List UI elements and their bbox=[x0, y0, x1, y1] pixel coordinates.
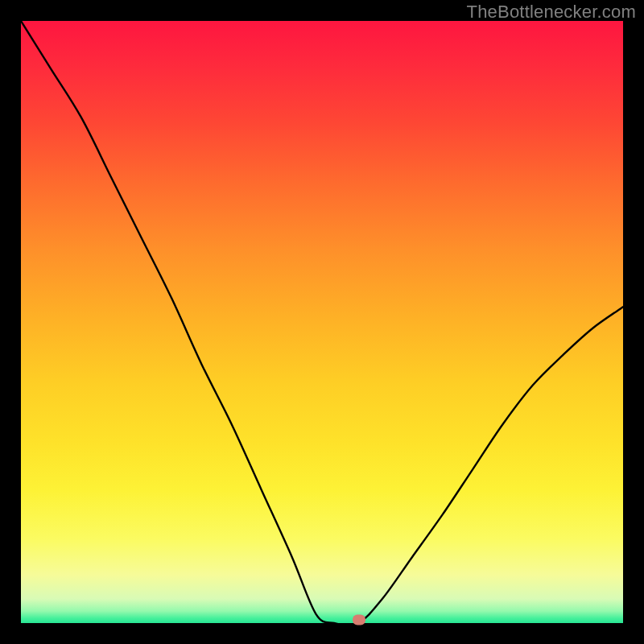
optimum-marker bbox=[353, 615, 365, 625]
watermark-text: TheBottlenecker.com bbox=[467, 2, 636, 23]
curve-path bbox=[21, 21, 623, 623]
chart-frame: TheBottlenecker.com bbox=[0, 0, 644, 644]
plot-area bbox=[21, 21, 623, 623]
bottleneck-curve bbox=[21, 21, 623, 623]
